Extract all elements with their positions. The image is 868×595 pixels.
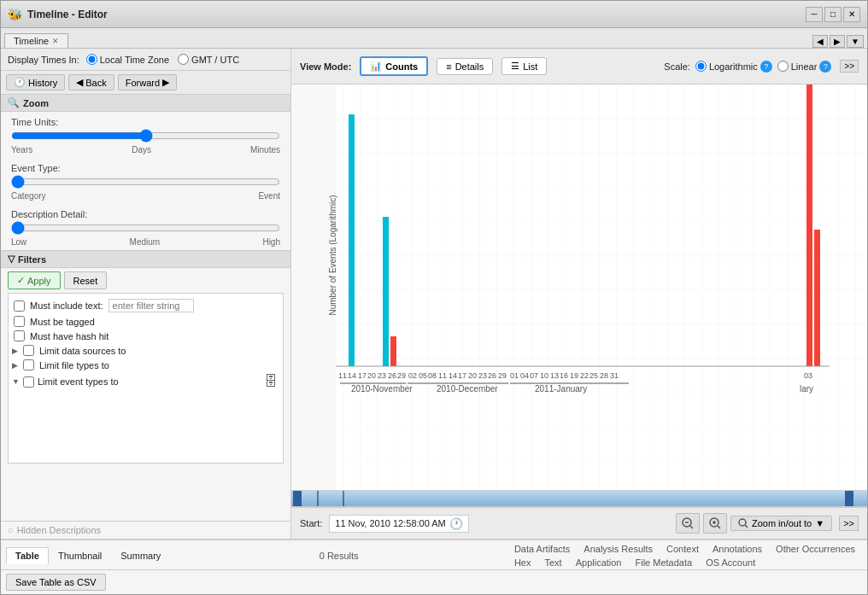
forward-button[interactable]: Forward ▶ — [118, 74, 177, 90]
event-types-db-icon[interactable]: 🗄 — [264, 374, 278, 389]
description-detail-slider-container: Low Medium High — [11, 221, 280, 247]
svg-text:10: 10 — [540, 371, 548, 380]
nav-row: 🕐 History ◀ Back Forward ▶ — [1, 71, 290, 95]
svg-text:20: 20 — [468, 371, 477, 380]
data-tab-file-metadata[interactable]: File Metadata — [629, 556, 700, 569]
time-units-tick-years: Years — [11, 145, 32, 155]
app-icon: 🐝 — [8, 8, 22, 21]
checkmark-icon: ✓ — [17, 275, 25, 286]
view-btn-counts-label: Counts — [385, 61, 418, 72]
svg-text:lary: lary — [800, 384, 813, 394]
scale-logarithmic[interactable]: Logarithmic ? — [695, 61, 772, 73]
filter-limit-file-types-checkbox[interactable] — [23, 359, 34, 370]
zoom-out-button[interactable] — [676, 513, 700, 534]
scale-log-help-icon[interactable]: ? — [760, 61, 772, 73]
tab-dropdown-button[interactable]: ▼ — [847, 35, 864, 48]
tab-nav-right[interactable]: ▶ — [830, 35, 845, 48]
left-panel: Display Times In: Local Time Zone GMT / … — [1, 49, 291, 539]
filter-limit-event-types-checkbox[interactable] — [23, 376, 34, 388]
tab-table[interactable]: Table — [6, 547, 49, 564]
data-tab-analysis[interactable]: Analysis Results — [577, 542, 660, 556]
view-btn-details[interactable]: ≡ Details — [437, 58, 493, 75]
time-units-tick-days: Days — [132, 145, 151, 155]
tab-close-icon[interactable]: ✕ — [52, 37, 59, 45]
svg-text:05: 05 — [419, 371, 427, 380]
zoom-in-button[interactable] — [703, 513, 727, 534]
data-tab-application[interactable]: Application — [569, 556, 629, 569]
data-tab-os-account[interactable]: OS Account — [699, 556, 762, 569]
tab-summary[interactable]: Summary — [111, 547, 170, 564]
filter-limit-data-sources-checkbox[interactable] — [23, 345, 34, 356]
history-button[interactable]: 🕐 History — [6, 74, 65, 90]
scale-linear-help-icon[interactable]: ? — [819, 61, 831, 73]
filter-tagged-checkbox[interactable] — [14, 316, 25, 327]
filter-text-input[interactable] — [108, 299, 194, 312]
svg-text:2011-January: 2011-January — [535, 384, 587, 394]
svg-line-44 — [745, 525, 748, 528]
start-label: Start: — [300, 518, 322, 528]
filters-label: Filters — [18, 254, 46, 265]
reset-button[interactable]: Reset — [64, 271, 108, 289]
back-button[interactable]: ◀ Back — [68, 74, 114, 90]
svg-text:25: 25 — [589, 371, 598, 380]
right-expand-button[interactable]: >> — [839, 516, 859, 531]
filter-limit-file-types[interactable]: ▶ Limit file types to — [12, 358, 279, 372]
tab-thumbnail[interactable]: Thumbnail — [49, 547, 111, 564]
svg-text:07: 07 — [530, 371, 538, 380]
event-type-slider[interactable] — [11, 175, 280, 189]
tab-timeline[interactable]: Timeline ✕ — [4, 33, 68, 48]
apply-button[interactable]: ✓ Apply — [8, 271, 61, 289]
tab-nav-left[interactable]: ◀ — [812, 35, 828, 48]
data-tab-context[interactable]: Context — [660, 542, 706, 556]
svg-text:14: 14 — [449, 371, 457, 380]
data-tabs-container: Data Artifacts Analysis Results Context … — [507, 542, 862, 569]
filter-must-have-hash-hit: Must have hash hit — [12, 329, 279, 343]
title-bar-left: 🐝 Timeline - Editor — [8, 8, 108, 21]
svg-text:22: 22 — [580, 371, 589, 380]
data-tab-text[interactable]: Text — [537, 556, 568, 569]
data-tab-hex[interactable]: Hex — [507, 556, 538, 569]
maximize-button[interactable]: □ — [824, 7, 842, 22]
zoom-out-icon — [682, 517, 694, 529]
minimize-button[interactable]: ─ — [806, 7, 823, 22]
view-expand-right[interactable]: >> — [840, 60, 859, 73]
svg-text:23: 23 — [478, 371, 487, 380]
zoom-search-icon: 🔍 — [8, 97, 20, 108]
data-tab-annotations[interactable]: Annotations — [706, 542, 769, 556]
filter-must-include-text: Must include text: — [12, 297, 279, 314]
filter-limit-data-sources[interactable]: ▶ Limit data sources to — [12, 343, 279, 358]
filter-must-include-checkbox[interactable] — [14, 300, 25, 312]
scrubber-right-handle[interactable] — [845, 491, 853, 506]
main-area: Display Times In: Local Time Zone GMT / … — [1, 49, 867, 539]
filter-hash-hit-checkbox[interactable] — [14, 330, 25, 341]
data-tabs-bottom-row: Hex Text Application File Metadata OS Ac… — [507, 556, 862, 569]
back-label: Back — [85, 78, 106, 88]
description-detail-label: Description Detail: — [11, 209, 280, 219]
zoom-to-dropdown[interactable]: Zoom in/out to ▼ — [730, 516, 832, 531]
scale-group: Scale: Logarithmic ? Linear ? — [664, 61, 831, 73]
window-controls: ─ □ ✕ — [806, 7, 860, 22]
scrubber-left-handle[interactable] — [293, 491, 302, 506]
radio-local-time[interactable]: Local Time Zone — [86, 54, 169, 65]
timeline-scrubber[interactable] — [291, 490, 867, 507]
view-btn-list[interactable]: ☰ List — [501, 57, 547, 75]
radio-gmt-label: GMT / UTC — [191, 55, 239, 65]
y-axis-label: Number of Events (Logarithmic) — [328, 195, 337, 315]
event-type-slider-container: Category Event — [11, 175, 280, 201]
view-btn-counts[interactable]: 📊 Counts — [360, 56, 428, 76]
clock-icon[interactable]: 🕐 — [449, 517, 463, 530]
tab-thumbnail-label: Thumbnail — [58, 551, 102, 561]
data-tab-occurrences[interactable]: Other Occurrences — [769, 542, 862, 556]
data-tab-artifacts[interactable]: Data Artifacts — [507, 542, 577, 556]
filter-limit-event-types[interactable]: ▼ Limit event types to 🗄 — [12, 372, 279, 391]
event-type-section: Event Type: Category Event — [1, 158, 290, 204]
svg-text:28: 28 — [600, 371, 608, 380]
close-button[interactable]: ✕ — [843, 7, 860, 22]
description-detail-slider[interactable] — [11, 221, 280, 235]
save-table-csv-button[interactable]: Save Table as CSV — [6, 574, 106, 591]
time-units-slider[interactable] — [11, 129, 280, 143]
scale-linear[interactable]: Linear ? — [777, 61, 832, 73]
radio-gmt[interactable]: GMT / UTC — [178, 54, 239, 65]
right-panel: View Mode: 📊 Counts ≡ Details ☰ List Sca… — [291, 49, 867, 539]
view-btn-details-label: Details — [455, 61, 484, 72]
